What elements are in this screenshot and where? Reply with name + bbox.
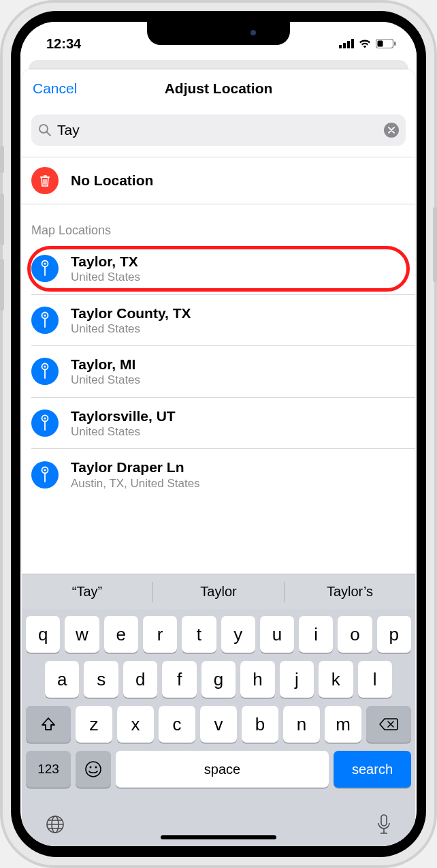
location-title: Taylor, MI	[71, 356, 406, 373]
map-pin-icon	[31, 307, 59, 334]
trash-pin-icon	[31, 167, 59, 194]
svg-point-7	[39, 125, 48, 133]
map-pin-icon	[31, 255, 59, 282]
key-s[interactable]: s	[84, 661, 118, 698]
key-l[interactable]: l	[358, 661, 392, 698]
map-pin-icon	[31, 409, 59, 437]
location-title: Taylor County, TX	[71, 305, 406, 322]
results-list: No Location Map Locations Taylor, TX Uni…	[22, 157, 415, 574]
svg-point-19	[44, 366, 46, 368]
keyboard-bottom-bar	[22, 799, 415, 839]
location-sub: United States	[71, 322, 406, 336]
backspace-icon	[379, 717, 398, 732]
location-row[interactable]: Taylor Draper Ln Austin, TX, United Stat…	[22, 449, 415, 495]
location-title: Taylorsville, UT	[71, 407, 406, 424]
status-icons	[339, 39, 396, 48]
search-text: Tay	[57, 122, 378, 138]
key-m[interactable]: m	[325, 706, 361, 743]
location-row[interactable]: Taylorsville, UT United States	[22, 398, 415, 449]
cellular-icon	[339, 39, 354, 48]
status-time: 12:34	[46, 36, 81, 52]
shift-icon	[40, 716, 56, 732]
no-location-label: No Location	[71, 172, 406, 189]
key-r[interactable]: r	[143, 616, 177, 653]
dictation-icon[interactable]	[376, 813, 392, 835]
key-b[interactable]: b	[242, 706, 278, 743]
location-title: Taylor Draper Ln	[71, 459, 406, 476]
key-v[interactable]: v	[200, 706, 237, 743]
suggestion[interactable]: Taylor’s	[285, 584, 415, 600]
svg-rect-6	[394, 42, 396, 46]
location-row[interactable]: Taylor, MI United States	[22, 346, 415, 397]
svg-line-8	[47, 132, 50, 136]
key-row: z x c v b n m	[26, 706, 411, 743]
key-f[interactable]: f	[162, 661, 196, 698]
shift-key[interactable]	[26, 706, 71, 743]
numbers-key[interactable]: 123	[26, 751, 71, 788]
svg-point-28	[90, 766, 92, 769]
key-i[interactable]: i	[299, 616, 333, 653]
key-a[interactable]: a	[45, 661, 79, 698]
globe-icon[interactable]	[45, 814, 65, 835]
key-t[interactable]: t	[182, 616, 216, 653]
emoji-icon	[84, 760, 102, 778]
svg-point-16	[44, 314, 46, 316]
key-w[interactable]: w	[65, 616, 99, 653]
svg-point-22	[44, 417, 46, 419]
page-title: Adjust Location	[165, 80, 273, 97]
key-row: 123 space search	[26, 751, 411, 788]
svg-rect-3	[351, 39, 354, 48]
space-key[interactable]: space	[116, 751, 329, 788]
key-g[interactable]: g	[201, 661, 236, 698]
cancel-button[interactable]: Cancel	[33, 80, 77, 97]
location-title: Taylor, TX	[71, 253, 406, 270]
wifi-icon	[358, 39, 372, 48]
location-row[interactable]: Taylor County, TX United States	[22, 295, 415, 346]
key-y[interactable]: y	[221, 616, 255, 653]
svg-point-13	[44, 263, 46, 265]
svg-point-29	[95, 766, 97, 769]
location-sub: United States	[71, 270, 406, 284]
svg-rect-0	[339, 45, 342, 48]
key-n[interactable]: n	[283, 706, 320, 743]
key-row: q w e r t y u i o p	[26, 616, 411, 653]
location-row[interactable]: Taylor, TX United States	[22, 243, 415, 294]
suggestion[interactable]: Taylor	[153, 584, 284, 600]
search-input[interactable]: Tay	[31, 114, 406, 146]
nav-bar: Cancel Adjust Location	[22, 69, 415, 108]
svg-point-25	[44, 469, 46, 471]
map-pin-icon	[31, 358, 59, 385]
clear-search-button[interactable]	[384, 123, 399, 138]
key-c[interactable]: c	[159, 706, 195, 743]
location-sub: United States	[71, 373, 406, 387]
key-o[interactable]: o	[338, 616, 372, 653]
key-h[interactable]: h	[240, 661, 274, 698]
suggestion[interactable]: “Tay”	[22, 584, 152, 600]
key-x[interactable]: x	[117, 706, 154, 743]
suggestion-bar: “Tay” Taylor Taylor’s	[22, 574, 415, 609]
key-k[interactable]: k	[319, 661, 353, 698]
svg-rect-33	[381, 815, 387, 826]
key-u[interactable]: u	[260, 616, 294, 653]
modal-sheet: Cancel Adjust Location Tay	[22, 69, 415, 846]
key-d[interactable]: d	[123, 661, 157, 698]
search-key[interactable]: search	[334, 751, 411, 788]
close-icon	[388, 127, 395, 134]
map-pin-icon	[31, 461, 59, 489]
emoji-key[interactable]	[76, 751, 111, 788]
svg-rect-1	[343, 43, 346, 48]
svg-point-27	[86, 762, 101, 777]
key-p[interactable]: p	[377, 616, 411, 653]
key-j[interactable]: j	[280, 661, 314, 698]
backspace-key[interactable]	[366, 706, 411, 743]
key-row: a s d f g h j k l	[26, 661, 411, 698]
home-indicator[interactable]	[161, 835, 276, 839]
svg-rect-5	[378, 41, 383, 47]
search-icon	[38, 123, 52, 137]
key-q[interactable]: q	[26, 616, 60, 653]
key-z[interactable]: z	[76, 706, 112, 743]
key-e[interactable]: e	[104, 616, 138, 653]
section-header: Map Locations	[22, 204, 415, 243]
no-location-row[interactable]: No Location	[22, 157, 415, 204]
background-card	[29, 60, 408, 69]
